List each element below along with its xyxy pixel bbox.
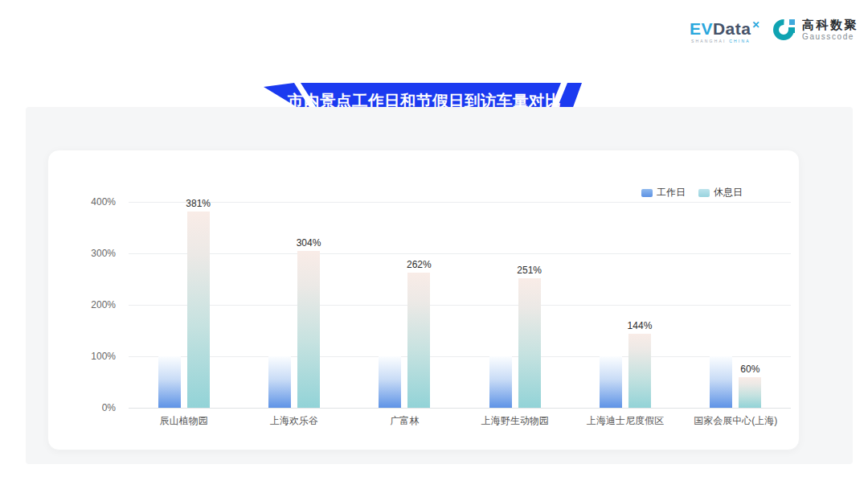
- evdata-ev-text: EV: [690, 19, 713, 38]
- plot-area: 381%304%262%251%144%60%: [129, 202, 791, 408]
- evdata-subtitle: SHANGHAI CHINA: [691, 39, 760, 43]
- y-tick-label: 400%: [91, 196, 116, 208]
- bar-group: 304%: [239, 202, 349, 408]
- x-tick-label: 辰山植物园: [129, 414, 239, 428]
- bar-wrap: 381%: [187, 212, 210, 408]
- y-tick-label: 0%: [102, 402, 116, 413]
- bar-restday[interactable]: [187, 212, 210, 408]
- bar-workday[interactable]: [268, 356, 291, 408]
- evdata-china-text: CHINA: [729, 39, 751, 43]
- bar-value-label: 144%: [628, 320, 653, 331]
- bar-workday[interactable]: [710, 356, 732, 408]
- bar-restday[interactable]: [407, 273, 430, 408]
- bar-wrap: [489, 356, 512, 408]
- y-axis-labels: 400%300%200%100%0%: [48, 202, 122, 408]
- legend-item-workday[interactable]: 工作日: [641, 186, 686, 199]
- evdata-data-text: Data: [713, 19, 751, 38]
- bar-group: 262%: [350, 202, 460, 408]
- x-tick-label: 国家会展中心(上海): [681, 414, 791, 428]
- bar-workday[interactable]: [379, 356, 401, 408]
- y-tick-label: 300%: [91, 248, 116, 259]
- bar-wrap: [710, 356, 732, 408]
- bar-workday[interactable]: [600, 356, 622, 408]
- gausscode-logo: 高科数聚 Gausscode: [773, 18, 858, 42]
- x-tick-label: 广富林: [350, 414, 460, 428]
- bar-group: 381%: [129, 202, 239, 408]
- bar-workday[interactable]: [489, 356, 512, 408]
- header-logos: EVData✕ SHANGHAI CHINA 高科数聚 Gausscode: [690, 16, 858, 43]
- bar-restday[interactable]: [297, 251, 320, 408]
- x-axis-labels: 辰山植物园上海欢乐谷广富林上海野生动物园上海迪士尼度假区国家会展中心(上海): [129, 414, 791, 428]
- bar-group: 60%: [681, 202, 791, 408]
- legend-item-restday[interactable]: 休息日: [698, 186, 743, 199]
- x-tick-label: 上海野生动物园: [460, 414, 570, 428]
- bar-wrap: 251%: [518, 278, 541, 408]
- chart-card: 工作日 休息日 400%300%200%100%0% 381%304%262%2…: [47, 150, 800, 450]
- bar-wrap: 304%: [297, 251, 320, 408]
- gausscode-g-icon: [773, 18, 797, 42]
- bar-group: 144%: [570, 202, 680, 408]
- y-tick-label: 200%: [91, 299, 116, 310]
- gausscode-subname: Gausscode: [802, 32, 858, 41]
- bar-wrap: [379, 356, 401, 408]
- bar-wrap: 262%: [407, 273, 430, 408]
- bar-restday[interactable]: [518, 278, 541, 408]
- x-tick-label: 上海欢乐谷: [239, 414, 349, 428]
- bar-wrap: 60%: [739, 377, 761, 408]
- bar-wrap: [600, 356, 622, 408]
- bar-value-label: 381%: [186, 198, 211, 209]
- evdata-wordmark: EVData✕: [690, 16, 760, 38]
- bar-value-label: 304%: [297, 237, 321, 249]
- evdata-x-icon: ✕: [751, 19, 760, 31]
- x-tick-label: 上海迪士尼度假区: [570, 414, 680, 428]
- chart-legend: 工作日 休息日: [641, 186, 743, 199]
- bar-wrap: [268, 356, 291, 408]
- bar-group: 251%: [460, 202, 570, 408]
- evdata-shanghai-text: SHANGHAI: [691, 39, 727, 43]
- gausscode-name: 高科数聚: [802, 18, 858, 31]
- bar-restday[interactable]: [739, 377, 761, 408]
- legend-swatch-workday: [641, 189, 653, 197]
- bar-restday[interactable]: [628, 334, 651, 408]
- legend-label-workday: 工作日: [657, 186, 686, 199]
- legend-label-restday: 休息日: [714, 186, 743, 199]
- bar-wrap: [158, 356, 181, 408]
- bar-value-label: 262%: [407, 259, 432, 270]
- bar-value-label: 251%: [517, 265, 542, 276]
- bar-groups: 381%304%262%251%144%60%: [129, 202, 791, 408]
- grid-line: [129, 408, 791, 409]
- bar-workday[interactable]: [158, 356, 181, 408]
- evdata-logo: EVData✕ SHANGHAI CHINA: [690, 16, 760, 43]
- y-tick-label: 100%: [91, 351, 116, 362]
- bar-wrap: 144%: [628, 334, 651, 408]
- legend-swatch-restday: [698, 189, 710, 197]
- gausscode-text: 高科数聚 Gausscode: [802, 18, 858, 41]
- bar-value-label: 60%: [740, 364, 760, 375]
